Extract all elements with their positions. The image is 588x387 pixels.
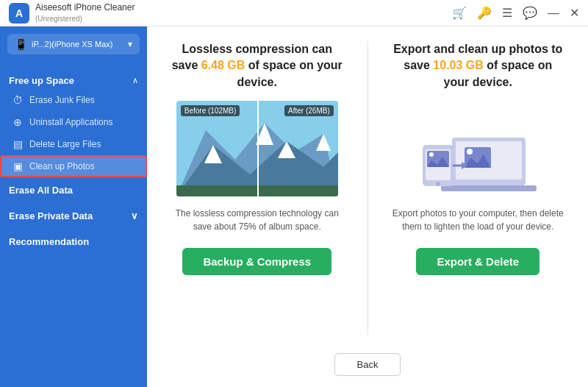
- app-branding: A Aiseesoft iPhone Cleaner (Unregistered…: [9, 2, 135, 24]
- chevron-down-icon: ▾: [128, 39, 132, 49]
- svg-rect-15: [257, 185, 338, 196]
- main-content: Lossless compression can save 6.48 GB of…: [147, 0, 588, 387]
- cart-icon[interactable]: 🛒: [452, 6, 467, 20]
- key-icon[interactable]: 🔑: [477, 6, 492, 20]
- sidebar-item-uninstall[interactable]: ⊕ Uninstall Applications: [0, 111, 147, 133]
- app-name: Aiseesoft iPhone Cleaner: [35, 2, 135, 14]
- free-up-space-header[interactable]: Free up Space ∧: [0, 69, 147, 89]
- title-bar-controls: 🛒 🔑 ☰ 💬 — ✕: [452, 6, 579, 20]
- svg-point-24: [437, 182, 440, 186]
- svg-rect-18: [441, 185, 537, 191]
- svg-rect-7: [176, 185, 257, 196]
- sidebar-item-label: Uninstall Applications: [29, 117, 112, 127]
- sidebar: 📱 iP...2)(iPhone XS Max) ▾ Free up Space…: [0, 0, 147, 387]
- svg-point-20: [467, 149, 473, 155]
- options-row: Lossless compression can save 6.48 GB of…: [169, 41, 566, 335]
- section-chevron-icon: ∧: [132, 76, 138, 85]
- sidebar-item-recommendation[interactable]: Recommendation: [0, 229, 147, 255]
- uninstall-icon: ⊕: [12, 116, 24, 128]
- erase-all-label: Erase All Data: [9, 185, 73, 196]
- bottom-bar: Back: [147, 346, 588, 387]
- before-label: Before (102MB): [181, 105, 240, 116]
- export-delete-button[interactable]: Export & Delete: [416, 248, 539, 275]
- title-bar: A Aiseesoft iPhone Cleaner (Unregistered…: [0, 0, 588, 26]
- backup-compress-card: Lossless compression can save 6.48 GB of…: [169, 41, 345, 335]
- card1-highlight: 6.48 GB: [201, 59, 245, 71]
- minimize-icon[interactable]: —: [548, 7, 559, 20]
- card2-desc: Export photos to your computer, then del…: [390, 207, 567, 233]
- card2-title: Export and clean up photos to save 10.03…: [390, 41, 567, 90]
- app-status: (Unregistered): [35, 14, 135, 24]
- export-illustration: [412, 101, 544, 196]
- sidebar-section-free-up: Free up Space ∧ ⏱ Erase Junk Files ⊕ Uni…: [0, 69, 147, 177]
- app-logo: A: [9, 3, 29, 24]
- sidebar-item-erase-junk[interactable]: ⏱ Erase Junk Files: [0, 89, 147, 111]
- chevron-right-icon: ∨: [131, 210, 138, 221]
- export-svg: [412, 101, 544, 196]
- chat-icon[interactable]: 💬: [523, 6, 537, 20]
- large-files-icon: ▤: [12, 138, 24, 150]
- svg-point-26: [429, 152, 434, 157]
- erase-private-label: Erase Private Data: [9, 210, 93, 221]
- close-icon[interactable]: ✕: [570, 6, 579, 20]
- photos-icon: ▣: [12, 160, 24, 172]
- before-after-image: Before (102MB) After (26MB): [176, 101, 338, 196]
- sidebar-item-delete-large[interactable]: ▤ Delete Large Files: [0, 133, 147, 155]
- export-delete-card: Export and clean up photos to save 10.03…: [390, 41, 567, 335]
- phone-icon: 📱: [15, 38, 27, 50]
- card2-highlight: 10.03 GB: [433, 59, 483, 71]
- device-selector-left: 📱 iP...2)(iPhone XS Max): [15, 38, 112, 50]
- backup-compress-button[interactable]: Backup & Compress: [182, 248, 331, 275]
- free-up-space-label: Free up Space: [9, 75, 74, 86]
- sidebar-item-label: Erase Junk Files: [29, 95, 95, 105]
- sidebar-item-erase-all[interactable]: Erase All Data: [0, 177, 147, 203]
- app-title-text: Aiseesoft iPhone Cleaner (Unregistered): [35, 2, 135, 24]
- after-label: After (26MB): [284, 105, 334, 116]
- junk-icon: ⏱: [12, 94, 24, 106]
- menu-icon[interactable]: ☰: [502, 6, 512, 20]
- card1-title-suffix: of space on your device.: [237, 59, 343, 88]
- sidebar-item-label: Clean up Photos: [29, 161, 95, 171]
- content-area: Lossless compression can save 6.48 GB of…: [147, 26, 588, 346]
- back-button[interactable]: Back: [334, 353, 401, 376]
- device-name: iP...2)(iPhone XS Max): [32, 40, 112, 49]
- card1-desc: The lossless compression technology can …: [169, 207, 345, 233]
- card-divider: [368, 41, 368, 335]
- recommendation-label: Recommendation: [9, 236, 89, 247]
- sidebar-item-clean-photos[interactable]: ▣ Clean up Photos: [0, 155, 147, 177]
- sidebar-item-erase-private[interactable]: Erase Private Data ∨: [0, 203, 147, 229]
- sidebar-item-label: Delete Large Files: [29, 139, 101, 149]
- card1-title: Lossless compression can save 6.48 GB of…: [169, 41, 345, 90]
- device-selector[interactable]: 📱 iP...2)(iPhone XS Max) ▾: [7, 34, 140, 54]
- divider-line: [257, 101, 259, 196]
